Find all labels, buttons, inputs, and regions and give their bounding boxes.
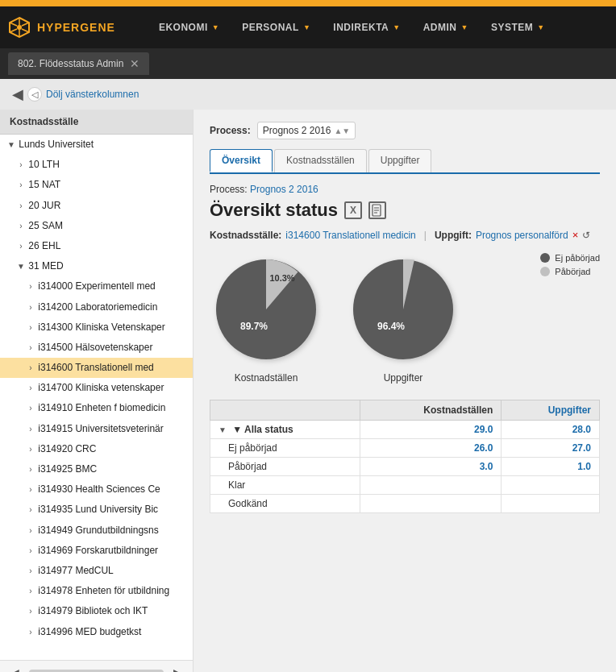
charts-wrapper: 10.3% 89.7% Kostnadställen 96.4% [210, 253, 600, 384]
row-alla-kst: 29.0 [360, 421, 502, 439]
scroll-left-button[interactable]: ◀ [4, 665, 26, 673]
nav-item-system[interactable]: SYSTEM ▼ [480, 6, 556, 48]
sidebar-header: Kostnadsställe [0, 110, 193, 135]
page-title-row: Översikt status X [210, 200, 600, 221]
nav-item-personal[interactable]: PERSONAL ▼ [231, 6, 322, 48]
tree-item-i314200[interactable]: › i314200 Laboratoriemedicin [0, 297, 193, 317]
main-tab[interactable]: 802. Flödesstatus Admin ✕ [8, 52, 149, 75]
separator: | [424, 230, 427, 241]
chevron-right-icon: › [16, 240, 26, 253]
tab-label: 802. Flödesstatus Admin [18, 58, 123, 69]
tree-item-i314700[interactable]: › i314700 Kliniska vetenskaper [0, 378, 193, 398]
tree-item-nat[interactable]: › 15 NAT [0, 175, 193, 195]
chevron-right-icon: › [16, 179, 26, 192]
tree-item-i314979[interactable]: › i314979 Bibliotek och IKT [0, 601, 193, 621]
sidebar-scrollbar[interactable] [29, 670, 164, 673]
breadcrumb-row: ◀ ◁ Dölj vänsterkolumnen [0, 79, 616, 110]
row-godkand-label: Godkänd [210, 495, 360, 513]
tree-item-lth[interactable]: › 10 LTH [0, 155, 193, 175]
nav-item-indirekta[interactable]: INDIREKTA ▼ [322, 6, 411, 48]
spinner-icon: ▲▼ [334, 127, 350, 135]
svg-point-1 [17, 25, 22, 30]
tree-item-i314915[interactable]: › i314915 Universitetsveterinär [0, 419, 193, 439]
tree-item-i314920[interactable]: › i314920 CRC [0, 439, 193, 459]
sidebar-tree[interactable]: ▼ Lunds Universitet › 10 LTH › 15 NAT › … [0, 135, 193, 660]
kst-value[interactable]: i314600 Translationell medicin [285, 230, 415, 241]
scroll-right-button[interactable]: ▶ [167, 665, 189, 673]
chevron-down-icon: ▼ [461, 23, 468, 31]
main-layout: Kostnadsställe ▼ Lunds Universitet › 10 … [0, 110, 616, 672]
pie-label-light: 10.3% [269, 273, 294, 283]
kst-chart-container: 10.3% 89.7% Kostnadställen [210, 253, 323, 384]
process-select-value: Prognos 2 2016 [263, 125, 331, 136]
row-ej-paborjad-label: Ej påbörjad [210, 439, 360, 458]
tree-item-i314925[interactable]: › i314925 BMC [0, 459, 193, 479]
export-pdf-button[interactable] [368, 201, 386, 219]
chevron-right-icon: › [26, 525, 35, 537]
tab-kostnadsstallen[interactable]: Kostnadsställen [274, 149, 367, 172]
kst-pie-chart: 10.3% 89.7% [210, 253, 323, 366]
col-header-kst: Kostnadställen [360, 400, 502, 421]
tree-item-sam[interactable]: › 25 SAM [0, 216, 193, 236]
nav-item-admin[interactable]: ADMIN ▼ [412, 6, 480, 48]
tree-item-i314000[interactable]: › i314000 Experimentell med [0, 276, 193, 297]
tree-item-i314978[interactable]: › i314978 Enheten för utbildning [0, 581, 193, 601]
expand-arrow-icon[interactable]: ▼ [219, 425, 227, 434]
chevron-right-icon: › [26, 463, 35, 476]
charts-section: Ej påbörjad Påbörjad [210, 253, 600, 384]
hide-sidebar-button[interactable]: ◀ ◁ Dölj vänsterkolumnen [12, 85, 139, 103]
tree-item-i314949[interactable]: › i314949 Grundutbildningsns [0, 521, 193, 541]
close-filter-button[interactable]: × [572, 229, 579, 241]
tree-item-i314996[interactable]: › i314996 MED budgetkst [0, 622, 193, 642]
chevron-right-icon: › [26, 402, 35, 415]
tree-item-i314969[interactable]: › i314969 Forskarutbildninger [0, 541, 193, 561]
table-row: Ej påbörjad 26.0 27.0 [210, 439, 600, 458]
chevron-right-icon: › [16, 220, 26, 233]
row-paborjad-label: Påbörjad [210, 458, 360, 476]
uppgift-value[interactable]: Prognos personalförd [476, 230, 568, 241]
uppgift-chart-label: Uppgifter [384, 372, 423, 384]
row-paborjad-kst: 3.0 [360, 458, 502, 476]
nav-item-ekonomi[interactable]: EKONOMI ▼ [148, 6, 231, 48]
chevron-right-icon: › [26, 362, 35, 375]
row-alla-uppgift: 28.0 [502, 421, 600, 439]
process-label: Process: [210, 125, 251, 136]
svg-line-7 [10, 29, 17, 32]
process-select[interactable]: Prognos 2 2016 ▲▼ [257, 122, 356, 139]
export-excel-button[interactable]: X [344, 201, 362, 219]
chevron-right-icon: › [26, 423, 35, 436]
chevron-right-icon: › [16, 159, 26, 172]
row-ej-paborjad-uppgift: 27.0 [502, 439, 600, 458]
process-row: Process: Prognos 2 2016 ▲▼ [210, 122, 600, 139]
row-godkand-uppgift [502, 495, 600, 513]
tree-item-jur[interactable]: › 20 JUR [0, 196, 193, 216]
tree-item-i314977[interactable]: › i314977 MedCUL [0, 561, 193, 581]
tree-item-i314930[interactable]: › i314930 Health Sciences Ce [0, 479, 193, 500]
nav-menu: EKONOMI ▼ PERSONAL ▼ INDIREKTA ▼ ADMIN ▼… [148, 6, 556, 48]
tree-item-lunds-univ[interactable]: ▼ Lunds Universitet [0, 135, 193, 155]
tab-uppgifter[interactable]: Uppgifter [368, 149, 432, 172]
tree-item-i314910[interactable]: › i314910 Enheten f biomedicin [0, 398, 193, 418]
tree-item-ehl[interactable]: › 26 EHL [0, 236, 193, 256]
chevron-right-icon: › [16, 200, 26, 213]
sidebar: Kostnadsställe ▼ Lunds Universitet › 10 … [0, 110, 194, 672]
hypergene-logo-icon [8, 16, 31, 39]
process-link[interactable]: Prognos 2 2016 [250, 184, 318, 195]
tree-item-i314300[interactable]: › i314300 Kliniska Vetenskaper [0, 317, 193, 338]
tree-item-i314935[interactable]: › i314935 Lund University Bic [0, 500, 193, 520]
main-content: Process: Prognos 2 2016 ▲▼ Översikt Kost… [194, 110, 616, 672]
tree-item-i314500[interactable]: › i314500 Hälsovetenskaper [0, 338, 193, 358]
chevron-down-icon: ▼ [6, 139, 16, 151]
tree-item-i314600[interactable]: › i314600 Translationell med [0, 358, 193, 378]
undo-button[interactable]: ↺ [582, 230, 590, 241]
table-row: Godkänd [210, 495, 600, 513]
tab-bar: 802. Flödesstatus Admin ✕ [0, 48, 616, 79]
status-detail-row: Kostnadsställe: i314600 Translationell m… [210, 229, 600, 241]
row-godkand-kst [360, 495, 502, 513]
row-ej-paborjad-kst: 26.0 [360, 439, 502, 458]
close-icon[interactable]: ✕ [130, 57, 139, 70]
chevron-down-icon: ▼ [303, 23, 310, 31]
tree-item-med[interactable]: ▼ 31 MED [0, 256, 193, 276]
top-orange-bar [0, 0, 616, 6]
tab-oversikt[interactable]: Översikt [210, 149, 273, 172]
